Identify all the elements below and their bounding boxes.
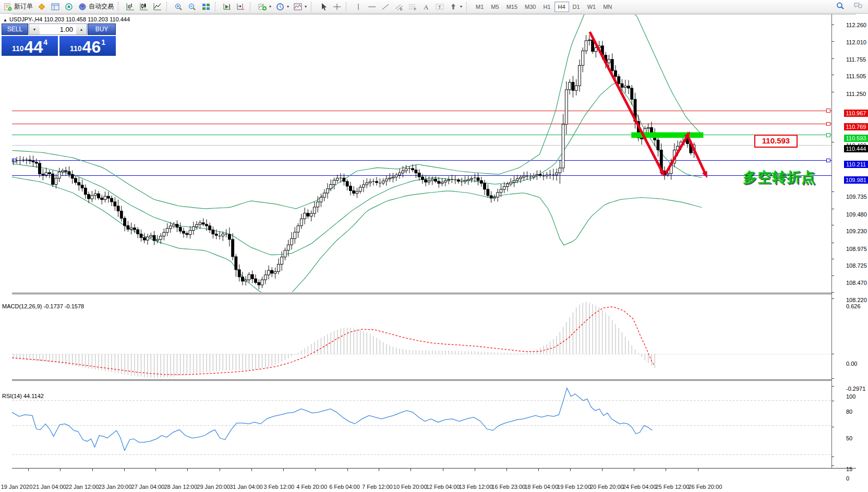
v-line-icon	[354, 3, 363, 11]
bar-chart-icon	[126, 3, 135, 11]
timeframe-button-w1[interactable]: W1	[584, 2, 600, 12]
bollinger-bands	[12, 14, 702, 297]
price-axis-tick: 108.725	[846, 262, 867, 269]
svg-text:A: A	[424, 3, 429, 11]
h-line-button[interactable]	[365, 2, 379, 12]
timeframe-button-m5[interactable]: M5	[487, 2, 502, 12]
chat-button[interactable]	[851, 1, 865, 11]
chart-window: ▲USDJPY-,H4 110.203 110.458 110.203 110.…	[0, 14, 868, 492]
text-button[interactable]: A	[419, 2, 433, 12]
timeframe-button-h4[interactable]: H4	[554, 2, 569, 12]
chart-shift-button[interactable]	[234, 2, 248, 12]
buy-price-display[interactable]: 110461	[59, 36, 116, 56]
h-line-icon	[367, 3, 377, 11]
data-window-button[interactable]	[49, 2, 62, 12]
timeframe-button-h1[interactable]: H1	[539, 2, 554, 12]
zoom-in-button[interactable]	[172, 2, 186, 12]
date-axis-label[interactable]: 26 Feb 20:00	[680, 484, 730, 490]
toolbar-separator	[250, 2, 254, 11]
trend-line-button[interactable]	[379, 2, 392, 12]
timeframe-button-m1[interactable]: M1	[472, 2, 487, 12]
crosshair-button[interactable]	[330, 2, 344, 12]
chart-shift-icon	[236, 3, 246, 11]
timeframe-button-m15[interactable]: M15	[503, 2, 521, 12]
indicator-add-button[interactable]: ▾	[256, 2, 273, 12]
timeframe-button-d1[interactable]: D1	[569, 2, 584, 12]
text-label-icon: T	[435, 3, 444, 11]
sell-price-display[interactable]: 110444	[2, 36, 58, 56]
price-axis-tick: 111.250	[846, 91, 866, 97]
buy-price-prefix: 110	[70, 44, 82, 53]
periods-button[interactable]: ▾	[273, 2, 291, 12]
toolbar-separator	[215, 2, 219, 11]
arrows-tool-button[interactable]: ▾	[447, 2, 464, 12]
tile-windows-icon	[201, 3, 211, 11]
auto-scroll-icon	[223, 3, 232, 11]
zoom-out-button[interactable]	[186, 2, 199, 12]
toolbar-separator	[118, 2, 122, 11]
main-toolbar: 新订单自动交易▾▾▾EFAT▾M1M5M15M30H1H4D1W1MN	[0, 0, 868, 14]
timeframe-button-mn[interactable]: MN	[599, 2, 616, 12]
data-window-icon	[51, 3, 60, 11]
line-chart-button[interactable]	[151, 2, 164, 12]
buy-button[interactable]: BUY	[88, 23, 116, 35]
price-axis-tick: 112.010	[846, 39, 866, 45]
rsi-axis-tick: 0	[846, 475, 849, 482]
fibo-button[interactable]: F	[406, 2, 419, 12]
line-chart-icon	[153, 3, 162, 11]
bar-chart-button[interactable]	[124, 2, 137, 12]
channel-button[interactable]: E	[392, 2, 406, 12]
chat-icon	[853, 2, 863, 10]
price-axis-badge: 110.967	[844, 110, 868, 117]
rsi-axis-tick: 80	[846, 409, 852, 415]
collapse-arrow-icon[interactable]: ▲	[3, 18, 7, 22]
price-axis-tick: 111.505	[846, 73, 866, 79]
macd-axis-tick: 0.626	[846, 303, 861, 309]
new-order-button[interactable]: 新订单	[1, 1, 35, 12]
indicator-add-icon	[258, 3, 267, 11]
price-axis-badge: 110.593	[844, 135, 868, 142]
one-click-trading-panel: SELL ▼ ▲ BUY 110444 110461	[2, 23, 116, 56]
zoom-in-icon	[174, 3, 184, 11]
autotrade-button[interactable]: 自动交易	[76, 1, 116, 12]
candles-layer	[12, 35, 695, 290]
macd-axis-tick: -0.2971	[846, 386, 865, 392]
macd-indicator-label: MACD(12,26,9) -0.1737 -0.1578	[2, 303, 84, 309]
chinese-annotation-text[interactable]: 多空转折点	[743, 168, 816, 187]
volume-decrease-button[interactable]: ▼	[29, 24, 40, 34]
symbol-ohlc-text: USDJPY-,H4 110.203 110.458 110.203 110.4…	[9, 16, 130, 22]
price-axis-tick: 108.220	[846, 297, 867, 303]
rsi-axis-tick: 15	[846, 466, 852, 472]
chart-canvas[interactable]	[0, 14, 868, 492]
rsi-axis-tick: 50	[846, 435, 852, 441]
autotrade-icon	[78, 3, 87, 11]
candle-chart-button[interactable]	[137, 2, 151, 12]
market-watch-button[interactable]	[35, 2, 49, 12]
svg-text:E: E	[400, 7, 403, 11]
v-line-button[interactable]	[352, 2, 365, 12]
svg-text:T: T	[438, 4, 441, 9]
sell-price-prefix: 110	[12, 44, 24, 53]
text-label-button[interactable]: T	[433, 2, 447, 12]
trend-arrows[interactable]	[590, 32, 707, 178]
signal-button[interactable]	[62, 2, 76, 12]
cursor-button[interactable]	[317, 2, 330, 12]
horizontal-level-lines[interactable]	[12, 109, 831, 176]
auto-scroll-button[interactable]	[221, 2, 234, 12]
candle-chart-icon	[139, 3, 149, 11]
volume-input[interactable]	[40, 24, 76, 34]
volume-increase-button[interactable]: ▲	[76, 24, 87, 34]
sell-button[interactable]: SELL	[2, 23, 28, 35]
price-axis-tick: 109.735	[846, 194, 867, 200]
tile-windows-button[interactable]	[199, 2, 213, 12]
price-callout-label[interactable]: 110.593	[754, 135, 798, 148]
template-button[interactable]: ▾	[291, 2, 309, 12]
svg-text:F: F	[414, 7, 416, 11]
price-axis-badge: 110.444	[844, 145, 868, 152]
price-axis-tick: 108.470	[846, 280, 867, 286]
text-icon: A	[421, 3, 431, 11]
timeframe-button-m30[interactable]: M30	[521, 2, 539, 12]
search-button[interactable]	[834, 1, 847, 11]
price-axis-badge: 110.769	[844, 123, 868, 130]
market-watch-icon	[37, 3, 46, 11]
